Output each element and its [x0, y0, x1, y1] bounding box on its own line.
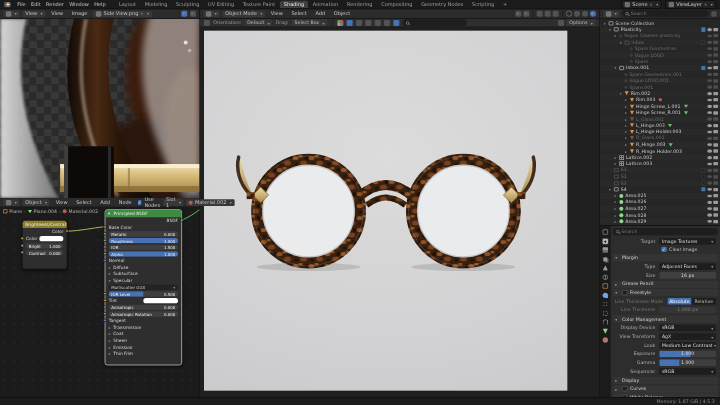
image-datablock-selector[interactable]: Side View.png✕: [93, 10, 151, 17]
look-dropdown[interactable]: Medium Low Contrast: [659, 342, 716, 349]
node-principled-bsdf[interactable]: ▾ Principled BSDF BSDF Base Color Metall…: [105, 209, 182, 365]
collection-checkbox[interactable]: [701, 40, 705, 44]
hide-eye-icon[interactable]: [707, 137, 712, 140]
render-camera-icon[interactable]: [713, 73, 718, 76]
drag-dropdown[interactable]: Select Box: [292, 19, 327, 26]
tab-sculpting[interactable]: Sculpting: [172, 1, 203, 8]
node-view-menu[interactable]: View: [53, 199, 70, 205]
menu-render[interactable]: Render: [43, 1, 66, 7]
render-camera-icon[interactable]: [713, 41, 718, 44]
tab-view-layer[interactable]: [602, 256, 609, 263]
paint-mask-icon[interactable]: [346, 20, 352, 26]
view-transform-dropdown[interactable]: AgX: [659, 333, 716, 340]
outliner-tree[interactable]: ▾Scene Collection ▾Plasticity ▸Vogue Gla…: [600, 19, 720, 226]
render-camera-icon[interactable]: [713, 207, 718, 210]
active-tool-icon[interactable]: [204, 20, 210, 26]
hide-eye-icon[interactable]: [707, 175, 712, 178]
socket-icon[interactable]: [103, 299, 106, 302]
hide-eye-icon[interactable]: [707, 156, 712, 159]
tool-search[interactable]: [402, 19, 466, 26]
render-camera-icon[interactable]: [713, 162, 718, 165]
distribution-dropdown[interactable]: Multiscatter GGX▾: [105, 284, 181, 291]
render-camera-icon[interactable]: [713, 213, 718, 216]
hide-eye-icon[interactable]: [707, 73, 712, 76]
menu-window[interactable]: Window: [67, 1, 92, 7]
collection-checkbox[interactable]: [701, 66, 705, 70]
editor-type-dropdown[interactable]: [3, 10, 19, 17]
render-camera-icon[interactable]: [713, 188, 718, 191]
display-section-header[interactable]: ▸Display: [613, 377, 718, 384]
render-camera-icon[interactable]: [713, 220, 718, 223]
render-camera-icon[interactable]: [713, 105, 718, 108]
show-overlays-icon[interactable]: [545, 11, 551, 17]
render-camera-icon[interactable]: [713, 117, 718, 120]
tab-geometry-nodes[interactable]: Geometry Nodes: [417, 1, 467, 8]
outliner-search[interactable]: [622, 10, 709, 17]
tab-animation[interactable]: Animation: [309, 1, 343, 8]
render-camera-icon[interactable]: [713, 79, 718, 82]
panel-sheen[interactable]: ▸Sheen: [105, 337, 181, 344]
proportional-edit-icon[interactable]: [558, 20, 564, 26]
hide-eye-icon[interactable]: [707, 220, 712, 223]
node-output-color[interactable]: Color: [23, 228, 67, 235]
hide-eye-icon[interactable]: [707, 105, 712, 108]
socket-icon[interactable]: [103, 312, 106, 315]
tab-uv-editing[interactable]: UV Editing: [204, 1, 238, 8]
panel-specular[interactable]: ▾Specular: [105, 277, 181, 284]
node-input-anisotropic-rotation[interactable]: Anisotropic Rotation0.000: [105, 311, 181, 318]
tab-output[interactable]: [602, 247, 609, 254]
display-device-dropdown[interactable]: sRGB: [659, 325, 716, 332]
render-camera-icon[interactable]: [713, 111, 718, 114]
socket-icon[interactable]: [103, 319, 106, 322]
viewport-canvas[interactable]: [200, 27, 599, 397]
collection-checkbox[interactable]: [701, 168, 705, 172]
image-pin-icon[interactable]: [190, 11, 196, 17]
exposure-slider[interactable]: 1.000: [659, 351, 716, 358]
hide-eye-icon[interactable]: [707, 47, 712, 50]
freestyle-section-header[interactable]: ▾Freestyle: [613, 289, 718, 296]
blender-logo-icon[interactable]: [4, 2, 11, 7]
hide-eye-icon[interactable]: [707, 54, 712, 57]
shader-type-dropdown[interactable]: Object: [23, 199, 50, 206]
toggle-xray-icon[interactable]: [553, 11, 559, 17]
node-header[interactable]: Brightness/Contrast: [23, 221, 67, 228]
hide-eye-icon[interactable]: [707, 86, 712, 89]
hide-eye-icon[interactable]: [707, 28, 712, 31]
hide-eye-icon[interactable]: [707, 79, 712, 82]
vp-add-menu[interactable]: Add: [313, 11, 328, 17]
hide-eye-icon[interactable]: [707, 162, 712, 165]
hide-eye-icon[interactable]: [707, 60, 712, 63]
brush-color-icon[interactable]: [337, 20, 343, 26]
outliner-item-light[interactable]: ▸Area.029: [600, 218, 720, 224]
node-input-alpha[interactable]: Alpha1.000: [105, 251, 181, 258]
margin-section-header[interactable]: ▾Margin: [613, 254, 718, 261]
symmetry-icon[interactable]: [393, 20, 399, 26]
tab-particles[interactable]: [602, 301, 609, 308]
socket-icon[interactable]: [103, 245, 106, 248]
material-slot-dropdown[interactable]: Slot 1: [163, 199, 183, 206]
render-camera-icon[interactable]: [713, 47, 718, 50]
bake-target-dropdown[interactable]: Image Textures: [659, 238, 716, 245]
shading-solid-icon[interactable]: [574, 11, 580, 17]
render-camera-icon[interactable]: [713, 92, 718, 95]
mask-face-icon[interactable]: [365, 20, 371, 26]
render-camera-icon[interactable]: [713, 54, 718, 57]
node-input-tangent[interactable]: Tangent: [105, 317, 181, 324]
menu-file[interactable]: File: [15, 1, 29, 7]
stencil-icon[interactable]: [374, 20, 380, 26]
panel-transmission[interactable]: ▸Transmission: [105, 324, 181, 331]
render-camera-icon[interactable]: [713, 201, 718, 204]
render-camera-icon[interactable]: [713, 175, 718, 178]
color-swatch[interactable]: [39, 236, 63, 241]
curves-section-header[interactable]: ▸Curves: [613, 385, 718, 392]
socket-icon[interactable]: [103, 292, 106, 295]
socket-icon[interactable]: [21, 237, 24, 240]
vp-view-menu[interactable]: View: [268, 11, 285, 17]
tab-scene[interactable]: [602, 265, 609, 272]
panel-coat[interactable]: ▸Coat: [105, 331, 181, 338]
node-input-normal[interactable]: Normal: [105, 257, 181, 264]
hide-eye-icon[interactable]: [707, 66, 712, 69]
render-camera-icon[interactable]: [713, 156, 718, 159]
render-camera-icon[interactable]: [713, 98, 718, 101]
color-management-section-header[interactable]: ▾Color Management: [613, 315, 718, 322]
